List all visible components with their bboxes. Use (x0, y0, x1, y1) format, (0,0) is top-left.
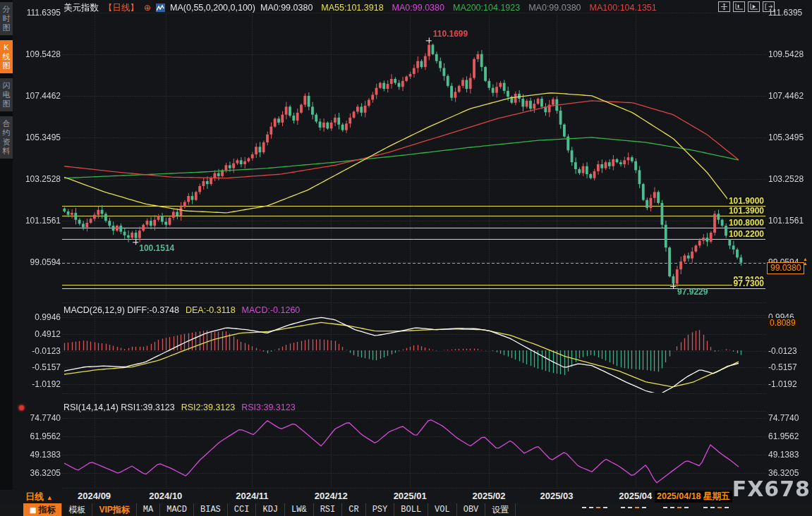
axis-label: 101.1561 (768, 216, 804, 226)
level-label: 97.7300 (732, 279, 765, 288)
level-label: 100.8000 (727, 219, 765, 228)
toolbar-button-CCI[interactable]: CCI (228, 503, 257, 516)
ma-params-label: MA(0,55,0,200,0,100) (170, 3, 255, 13)
axis-label: 74.7740 (768, 413, 799, 423)
macd-header: MACD(26,12,9) DIFF:-0.3748DEA:-0.3118MAC… (63, 305, 300, 315)
sidebar: 分时图K线图闪电图合约资料 (0, 0, 13, 492)
axis-label: 105.3495 (18, 133, 61, 142)
axis-label: 107.4462 (18, 91, 61, 101)
axis-panel-icon[interactable] (748, 1, 760, 12)
chart-toolbar-icons (718, 1, 775, 12)
axis-label: 107.4462 (768, 91, 804, 101)
indicator-value-label: MACD(26,12,9) DIFF:-0.3748 (63, 305, 179, 315)
month-label: 2025/04 (619, 491, 652, 501)
toolbar-button-指标[interactable]: ▦指标 (23, 503, 62, 516)
indicator-value-label: RSI2:39.3123 (181, 403, 235, 412)
level-label: 101.3900 (727, 207, 765, 216)
axis-label: 61.9562 (768, 431, 799, 441)
dash-group (582, 507, 607, 508)
axis-label: 36.3205 (18, 468, 61, 478)
toolbar-button-VOL[interactable]: VOL (428, 503, 457, 516)
axis-label: 105.3495 (768, 133, 804, 142)
dash-group (703, 507, 729, 508)
sidebar-item-K线图[interactable]: K线图 (0, 40, 13, 73)
level-label: 100.2200 (727, 230, 765, 239)
axis-label: 61.9562 (18, 431, 61, 441)
month-label: 2025/01 (394, 491, 427, 501)
axis-label: 101.1561 (18, 216, 61, 226)
chart-canvas[interactable] (0, 0, 812, 516)
annotation-apr_low: 97.9229 (677, 287, 708, 297)
month-label: 2024/11 (236, 491, 268, 501)
axis-label: 99.0594 (18, 257, 61, 267)
toolbar-button-OBV[interactable]: OBV (457, 503, 486, 516)
period-selector[interactable]: 日线 ▲ (25, 491, 53, 503)
add-indicator-icon[interactable]: ⊕ (144, 3, 151, 13)
chart-header: 美元指数 【日线】 ⊕ MA(0,55,0,200,0,100) MA0:99.… (63, 2, 657, 13)
toolbar-button-MA[interactable]: MA (137, 503, 160, 516)
axis-label: -1.0192 (768, 379, 797, 389)
month-label: 2025/03 (540, 491, 573, 501)
toolbar-button-RSI[interactable]: RSI (314, 503, 343, 516)
indicator-value-label: RSI3:39.3123 (241, 403, 295, 412)
grid-icon: ▦ (30, 506, 36, 514)
axis-scale-icon[interactable] (733, 1, 745, 12)
current-date-label: 2025/04/18 星期五 (655, 491, 732, 503)
axis-label: -0.0123 (768, 346, 797, 356)
toolbar-button-LW&[interactable]: LW& (285, 503, 314, 516)
toolbar-button-VIP指标[interactable]: VIP指标 (92, 503, 136, 516)
exit-panel-icon[interactable] (763, 1, 775, 12)
ma-legend: MA0:99.0380MA55:101.3918MA0:99.0380MA200… (260, 3, 657, 13)
ma-legend-item: MA55:101.3918 (321, 3, 383, 13)
toolbar-button-设置[interactable]: 设置 (485, 503, 516, 516)
last-price-tag: 99.0380 (767, 262, 804, 274)
sidebar-item-分时图[interactable]: 分时图 (0, 2, 13, 35)
indicator-value-label: DEA:-0.3118 (186, 305, 236, 315)
toolbar-button-BOLL[interactable]: BOLL (394, 503, 428, 516)
rsi-header: RSI(14,14,14) RSI1:39.3123RSI2:39.3123RS… (63, 403, 296, 412)
dash-group (663, 507, 689, 508)
fx678-watermark: FX678 (732, 477, 811, 501)
toolbar-button-MACD[interactable]: MACD (160, 503, 194, 516)
toolbar-button-KDJ[interactable]: KDJ (256, 503, 285, 516)
indicator-toolbar: ▦指标模板VIP指标MAMACDBIASCCIKDJLW&RSICRPSYBOL… (0, 503, 812, 516)
axis-label: 103.2528 (18, 174, 61, 184)
move-icon[interactable] (718, 1, 730, 12)
indicator-value-label: RSI(14,14,14) RSI1:39.3123 (63, 403, 175, 412)
annotation-sep_low: 100.1514 (139, 243, 174, 253)
chart-type-icon[interactable] (156, 4, 165, 12)
ma-legend-item: MA0:99.0380 (260, 3, 313, 13)
alert-dot-icon (19, 405, 24, 410)
indicator-value-label: MACD:-0.1260 (242, 305, 301, 315)
axis-label: -0.0123 (18, 346, 61, 356)
toolbar-button-模板[interactable]: 模板 (62, 503, 92, 516)
trading-app-window: 分时图K线图闪电图合约资料 美元指数 【日线】 ⊕ MA(0,55,0,200,… (0, 0, 812, 516)
period-tag[interactable]: 【日线】 (104, 2, 139, 14)
month-label: 2024/10 (149, 491, 182, 501)
axis-label: 49.1383 (18, 450, 61, 460)
axis-label: -0.5157 (768, 362, 797, 372)
axis-label: 0.9946 (18, 312, 61, 322)
month-label: 2024/12 (315, 491, 348, 501)
macd-right-tag: 0.8089 (768, 318, 798, 328)
axis-label: 109.5428 (18, 49, 61, 59)
level-label: 101.9000 (727, 197, 765, 206)
sidebar-item-闪电图[interactable]: 闪电图 (0, 78, 13, 111)
month-label: 2025/02 (473, 491, 506, 501)
annotation-high: 110.1699 (433, 29, 468, 39)
price-up-arrow-icon: ▲▲ (803, 257, 808, 266)
toolbar-button-BIAS[interactable]: BIAS (194, 503, 228, 516)
toolbar-button-CR[interactable]: CR (342, 503, 365, 516)
axis-label: 49.1383 (768, 450, 799, 460)
axis-label: 74.7740 (18, 413, 61, 423)
month-label: 2024/09 (78, 491, 111, 501)
dash-group (621, 507, 646, 508)
axis-label: 0.4912 (18, 329, 61, 339)
axis-label: -1.0192 (18, 379, 61, 389)
axis-label: 103.2528 (768, 174, 804, 184)
sidebar-item-合约资料[interactable]: 合约资料 (0, 116, 13, 159)
toolbar-button-PSY[interactable]: PSY (366, 503, 395, 516)
instrument-title: 美元指数 (63, 2, 99, 14)
ma-legend-item: MA0:99.0380 (392, 3, 444, 13)
axis-label: -0.5157 (18, 362, 61, 372)
